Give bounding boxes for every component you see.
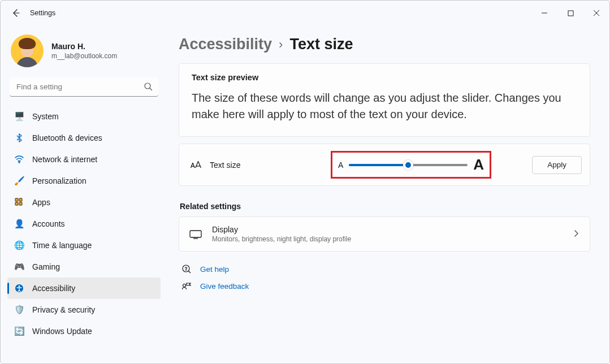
sidebar-item-accounts[interactable]: 👤Accounts <box>7 213 161 235</box>
svg-rect-0 <box>568 11 573 16</box>
minimize-button[interactable] <box>531 3 557 23</box>
preview-body: The size of these words will change as y… <box>192 90 577 123</box>
apply-button[interactable]: Apply <box>532 156 582 174</box>
svg-rect-9 <box>190 231 201 237</box>
nav-label: System <box>32 112 59 121</box>
back-button[interactable] <box>6 3 25 23</box>
give-feedback-label: Give feedback <box>200 282 249 291</box>
nav-icon: 🎮 <box>14 262 24 272</box>
give-feedback-link[interactable]: Give feedback <box>181 281 590 291</box>
related-settings-title: Related settings <box>180 202 590 211</box>
slider-thumb[interactable] <box>403 160 413 170</box>
sidebar-item-time-language[interactable]: 🌐Time & language <box>7 235 161 256</box>
svg-rect-3 <box>15 198 18 201</box>
breadcrumb-page: Text size <box>289 36 353 53</box>
display-subtitle: Monitors, brightness, night light, displ… <box>212 235 351 243</box>
sidebar-item-personalization[interactable]: 🖌️Personalization <box>7 170 161 192</box>
nav-label: Time & language <box>32 241 92 250</box>
svg-rect-4 <box>19 198 22 201</box>
avatar <box>11 34 44 67</box>
svg-point-2 <box>19 162 20 163</box>
sidebar-item-privacy-security[interactable]: 🛡️Privacy & security <box>7 299 161 320</box>
text-size-preview-card: Text size preview The size of these word… <box>179 63 590 137</box>
small-a-glyph: A <box>338 161 343 170</box>
sidebar-item-windows-update[interactable]: 🔄Windows Update <box>7 320 161 342</box>
help-icon <box>181 264 192 274</box>
help-links: Get help Give feedback <box>179 264 590 291</box>
display-settings-link[interactable]: Display Monitors, brightness, night ligh… <box>179 216 590 252</box>
search-icon <box>144 82 153 93</box>
close-button[interactable] <box>583 3 609 23</box>
search-box[interactable] <box>10 77 158 97</box>
nav-icon <box>14 197 24 207</box>
nav-label: Windows Update <box>32 327 92 336</box>
main-content: Accessibility › Text size Text size prev… <box>167 25 609 363</box>
display-icon <box>189 229 202 239</box>
nav-label: Network & internet <box>32 155 97 164</box>
nav-label: Privacy & security <box>32 305 95 314</box>
maximize-button[interactable] <box>557 3 583 23</box>
sidebar-item-accessibility[interactable]: Accessibility <box>7 278 161 299</box>
nav-label: Apps <box>32 198 50 207</box>
slider-label: Text size <box>210 161 323 170</box>
svg-rect-5 <box>15 202 18 205</box>
svg-point-1 <box>145 83 150 89</box>
titlebar: Settings <box>1 1 609 25</box>
profile-block[interactable]: Mauro H. m__lab@outlook.com <box>7 30 161 77</box>
svg-point-12 <box>183 284 186 287</box>
text-size-slider[interactable] <box>349 164 468 166</box>
nav-label: Accounts <box>32 219 65 228</box>
profile-email: m__lab@outlook.com <box>51 52 117 60</box>
window-title: Settings <box>30 9 55 17</box>
nav-icon: 👤 <box>14 219 24 229</box>
sidebar-item-system[interactable]: 🖥️System <box>7 106 161 127</box>
sidebar-item-apps[interactable]: Apps <box>7 192 161 213</box>
nav-icon: 🌐 <box>14 240 24 250</box>
nav-label: Gaming <box>32 262 60 271</box>
nav-label: Personalization <box>32 176 86 185</box>
svg-rect-6 <box>19 202 22 205</box>
settings-window: Settings Mauro H. m__lab@outlook.com <box>0 0 610 364</box>
breadcrumb: Accessibility › Text size <box>179 36 590 53</box>
large-a-glyph: A <box>473 156 484 174</box>
nav-list: 🖥️SystemBluetooth & devicesNetwork & int… <box>7 106 161 342</box>
get-help-label: Get help <box>200 265 229 274</box>
sidebar: Mauro H. m__lab@outlook.com 🖥️SystemBlue… <box>1 25 167 363</box>
nav-label: Bluetooth & devices <box>32 133 102 142</box>
chevron-right-icon: › <box>279 37 283 52</box>
nav-icon: 🛡️ <box>14 305 24 315</box>
nav-icon: 🖥️ <box>14 111 24 122</box>
nav-icon <box>14 283 24 293</box>
feedback-icon <box>181 281 192 291</box>
display-title: Display <box>212 225 351 234</box>
search-input[interactable] <box>10 77 158 97</box>
breadcrumb-category[interactable]: Accessibility <box>179 36 272 53</box>
get-help-link[interactable]: Get help <box>181 264 590 274</box>
sidebar-item-bluetooth-devices[interactable]: Bluetooth & devices <box>7 127 161 149</box>
nav-icon <box>14 154 24 164</box>
nav-icon: 🖌️ <box>14 176 24 186</box>
nav-icon <box>14 133 24 143</box>
nav-label: Accessibility <box>32 284 75 293</box>
preview-title: Text size preview <box>192 73 577 82</box>
profile-name: Mauro H. <box>51 42 117 51</box>
sidebar-item-network-internet[interactable]: Network & internet <box>7 149 161 170</box>
sidebar-item-gaming[interactable]: 🎮Gaming <box>7 256 161 278</box>
chevron-right-icon <box>573 229 579 239</box>
text-size-slider-card: Text size A A Apply <box>179 144 590 186</box>
text-size-icon <box>189 159 202 171</box>
nav-icon: 🔄 <box>14 326 24 336</box>
svg-point-11 <box>186 270 187 271</box>
svg-point-8 <box>19 285 20 287</box>
slider-highlight-box: A A <box>331 151 491 179</box>
